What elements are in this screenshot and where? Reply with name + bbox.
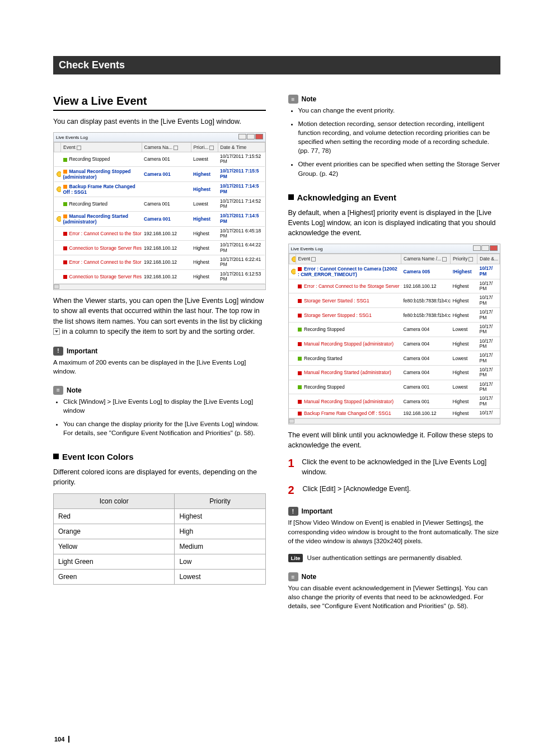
table-header-row[interactable]: Event Camera Name /... Priority Date &..…	[289, 254, 500, 264]
minimize-icon[interactable]	[473, 245, 481, 251]
important-header: ! Important	[53, 347, 266, 356]
window-title: Live Events Log	[291, 246, 323, 251]
close-icon[interactable]	[255, 134, 263, 139]
horizontal-scrollbar[interactable]	[289, 418, 500, 424]
table-row[interactable]: Recording StoppedCamera 001Lowest10/17/ …	[289, 380, 500, 394]
table-row[interactable]: Manual Recording Stopped (administrator)…	[54, 166, 265, 181]
horizontal-scrollbar[interactable]	[54, 284, 265, 290]
event-text: Manual Recording Started (administrator)	[304, 370, 391, 375]
subsection-acknowledging-event: Acknowledging an Event	[288, 193, 501, 202]
cell-date: 10/17/2011 7:15:5 PM	[218, 166, 265, 181]
window-control-buttons[interactable]	[472, 245, 498, 252]
cell-priority: Lowest	[451, 380, 477, 394]
ack-icon	[57, 171, 61, 177]
cell-date: 10/17/2011 6:44:22 PM	[218, 241, 265, 255]
cell-date: 10/17/ PM	[477, 264, 500, 279]
event-color-icon	[63, 202, 67, 206]
table-row[interactable]: Recording StartedCamera 004Lowest10/17/ …	[289, 351, 500, 366]
event-text: Error : Cannot Connect to Camera (12002 …	[298, 266, 397, 277]
cell-color: Light Green	[54, 554, 175, 569]
cell-date: 10/17/ PM	[477, 322, 500, 337]
col-event[interactable]: Event	[63, 144, 76, 150]
event-text: Recording Stopped	[304, 326, 345, 332]
event-color-icon	[298, 342, 302, 346]
dropdown-icon	[53, 328, 60, 335]
paragraph-sort-events: When the Viewer starts, you can open the…	[53, 296, 266, 337]
col-date[interactable]: Date & Time	[221, 144, 247, 150]
cell-date: 10/17/ PM	[477, 293, 500, 308]
square-bullet-icon	[53, 454, 59, 459]
minimize-icon[interactable]	[238, 134, 246, 139]
step: 1Click the event to be acknowledged in t…	[288, 457, 501, 477]
dropdown-icon[interactable]	[442, 257, 447, 262]
cell-date: 10/17/ PM	[477, 365, 500, 380]
note-label: Note	[302, 573, 317, 581]
cell-camera: 192.168.100.12	[401, 279, 451, 293]
col-camera[interactable]: Camera Na...	[144, 144, 173, 150]
cell-priority: Highest	[451, 279, 477, 293]
col-priority[interactable]: Priori...	[194, 144, 209, 150]
cell-priority: Highest	[451, 337, 477, 351]
table-row[interactable]: Manual Recording Stopped (administrator)…	[289, 337, 500, 351]
cell-camera: 192.168.100.12	[142, 226, 191, 241]
table-header-row[interactable]: Event Camera Na... Priori... Date & Time	[54, 143, 265, 152]
cell-priority: High	[175, 524, 265, 539]
table-row[interactable]: Error : Cannot Connect to the Storage Se…	[54, 255, 265, 269]
ack-header-icon	[292, 256, 296, 262]
col-camera[interactable]: Camera Name /...	[404, 256, 441, 262]
table-row[interactable]: Manual Recording Started (administrator)…	[289, 365, 500, 380]
window-control-buttons[interactable]	[238, 134, 263, 141]
table-row[interactable]: Storage Server Started : SSG1fe80:b15b:7…	[289, 293, 500, 308]
dropdown-icon[interactable]	[469, 257, 473, 262]
table-row[interactable]: Recording StoppedCamera 004Lowest10/17/ …	[289, 322, 500, 337]
maximize-icon[interactable]	[247, 134, 255, 139]
note-icon: ≡	[288, 572, 298, 581]
sub-intro: Different colored icons are displayed fo…	[53, 467, 266, 487]
table-row[interactable]: Backup Frame Rate Changed Off : SSG1High…	[54, 181, 265, 197]
cell-camera: Camera 001	[401, 394, 451, 409]
section-title-view-live-event: View a Live Event	[53, 95, 266, 111]
close-icon[interactable]	[490, 245, 498, 251]
maximize-icon[interactable]	[481, 245, 489, 251]
event-color-icon	[63, 185, 67, 189]
table-row[interactable]: Connection to Storage Server Restored : …	[54, 241, 265, 255]
lite-badge: Lite	[288, 554, 303, 562]
col-date[interactable]: Date &...	[480, 256, 498, 262]
cell-camera: Camera 001	[142, 197, 191, 211]
cell-camera: Camera 004	[401, 322, 451, 337]
cell-date: 10/17/2011 7:14:5 PM	[218, 181, 265, 197]
ack-para2: The event will blink until you acknowled…	[288, 430, 501, 450]
table-row[interactable]: Error : Cannot Connect to the Storage Se…	[289, 279, 500, 293]
table-row: OrangeHigh	[54, 524, 266, 539]
table-row[interactable]: Storage Server Stopped : SSG1fe80:b15b:7…	[289, 308, 500, 323]
note-icon: ≡	[53, 386, 63, 395]
cell-date: 10/17/ PM	[477, 279, 500, 293]
table-row[interactable]: Error : Cannot Connect to the Storage Se…	[54, 226, 265, 241]
table-row[interactable]: Backup Frame Rate Changed Off : SSG1192.…	[289, 408, 500, 418]
event-color-icon	[63, 246, 67, 250]
cell-date: 10/17/2011 7:14:5 PM	[218, 211, 265, 226]
table-row[interactable]: Recording StartedCamera 001Lowest10/17/2…	[54, 197, 265, 211]
col-priority[interactable]: Priority	[453, 256, 467, 262]
table-row[interactable]: Recording StoppedCamera 001Lowest10/17/2…	[54, 152, 265, 167]
table-row[interactable]: Connection to Storage Server Restored : …	[54, 269, 265, 284]
table-row[interactable]: Manual Recording Started (administrator)…	[54, 211, 265, 226]
list-item: Motion detection recording, sensor detec…	[298, 119, 501, 155]
table-row[interactable]: Manual Recording Stopped (administrator)…	[289, 394, 500, 409]
dropdown-icon[interactable]	[209, 146, 214, 150]
list-item: Other event priorities can be specified …	[298, 160, 501, 178]
table-row[interactable]: Error : Cannot Connect to Camera (12002 …	[289, 264, 500, 279]
cell-camera: fe80:b15b:7838:f1b4:c...	[401, 308, 451, 323]
dropdown-icon[interactable]	[77, 146, 81, 150]
event-color-icon	[298, 385, 302, 389]
note-header: ≡ Note	[288, 572, 501, 581]
ack-intro: By default, when a [Highest] priority ev…	[288, 208, 501, 238]
dropdown-icon[interactable]	[174, 146, 178, 150]
col-event[interactable]: Event	[298, 256, 311, 262]
cell-priority: Highest	[191, 166, 218, 181]
dropdown-icon[interactable]	[311, 257, 316, 262]
important-icon: !	[288, 507, 298, 516]
cell-priority: Low	[175, 554, 265, 569]
event-color-icon	[63, 232, 67, 236]
cell-date: 10/17/2011 6:45:18 PM	[218, 226, 265, 241]
